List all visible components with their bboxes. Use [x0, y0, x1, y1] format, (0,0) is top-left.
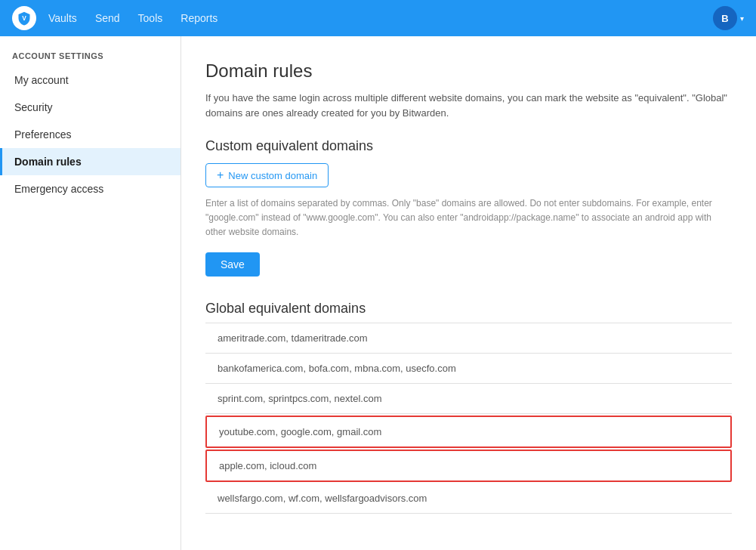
nav-send[interactable]: Send — [95, 12, 120, 24]
sidebar-item-preferences[interactable]: Preferences — [0, 121, 181, 148]
app-layout: ACCOUNT SETTINGS My account Security Pre… — [0, 36, 756, 550]
new-custom-domain-button[interactable]: + New custom domain — [205, 163, 329, 187]
sidebar: ACCOUNT SETTINGS My account Security Pre… — [0, 36, 181, 550]
nav-vaults[interactable]: Vaults — [48, 12, 77, 24]
sidebar-section-header: ACCOUNT SETTINGS — [0, 42, 181, 66]
nav-links: Vaults Send Tools Reports — [48, 12, 713, 24]
global-domains-list: ameritrade.com, tdameritrade.com bankofa… — [205, 323, 732, 514]
sidebar-item-label: My account — [14, 74, 69, 86]
domain-row-2: bankofamerica.com, bofa.com, mbna.com, u… — [205, 354, 732, 384]
domain-row-3: sprint.com, sprintpcs.com, nextel.com — [205, 384, 732, 414]
avatar[interactable]: B — [713, 6, 737, 30]
domain-hint-text: Enter a list of domains separated by com… — [205, 196, 732, 240]
custom-section-title: Custom equivalent domains — [205, 138, 732, 154]
new-domain-btn-label: New custom domain — [228, 170, 317, 181]
topnav: V Vaults Send Tools Reports B ▾ — [0, 0, 756, 36]
sidebar-item-domain-rules[interactable]: Domain rules — [0, 148, 181, 175]
nav-tools[interactable]: Tools — [138, 12, 163, 24]
main-content: Domain rules If you have the same login … — [181, 36, 756, 550]
sidebar-item-label: Security — [14, 101, 53, 113]
nav-reports[interactable]: Reports — [181, 12, 218, 24]
plus-icon: + — [217, 168, 224, 182]
global-section-title: Global equivalent domains — [205, 301, 732, 317]
domain-row-4: youtube.com, google.com, gmail.com — [205, 416, 732, 448]
page-title: Domain rules — [205, 60, 732, 82]
sidebar-item-label: Emergency access — [14, 183, 103, 195]
domain-row-5: apple.com, icloud.com — [205, 450, 732, 482]
sidebar-item-label: Domain rules — [14, 156, 82, 168]
save-button[interactable]: Save — [205, 252, 260, 277]
avatar-chevron-icon[interactable]: ▾ — [740, 14, 744, 23]
bitwarden-logo[interactable]: V — [12, 6, 36, 30]
sidebar-item-emergency-access[interactable]: Emergency access — [0, 175, 181, 202]
page-description: If you have the same login across multip… — [205, 91, 732, 120]
sidebar-item-my-account[interactable]: My account — [0, 66, 181, 94]
domain-row-6: wellsfargo.com, wf.com, wellsfargoadviso… — [205, 484, 732, 514]
sidebar-item-security[interactable]: Security — [0, 94, 181, 121]
svg-text:V: V — [22, 14, 26, 22]
sidebar-item-label: Preferences — [14, 128, 71, 141]
domain-row-1: ameritrade.com, tdameritrade.com — [205, 323, 732, 354]
